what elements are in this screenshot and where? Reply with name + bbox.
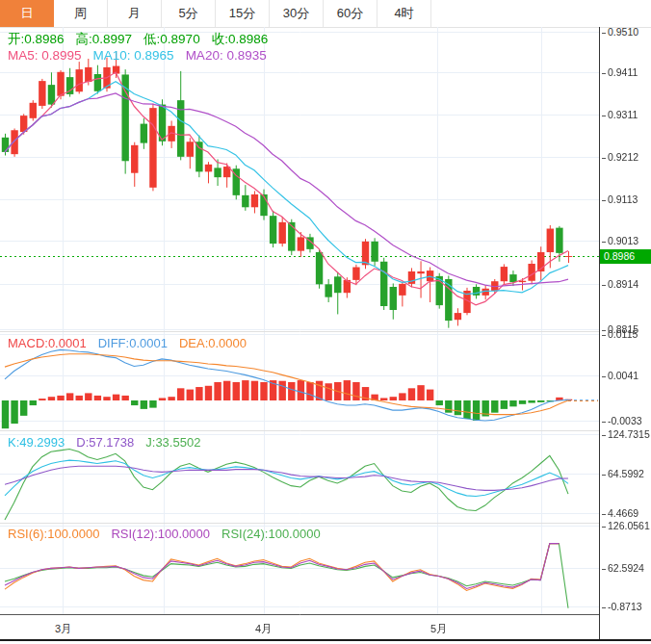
tab-period-0[interactable]: 日 — [0, 0, 54, 27]
price-tick-1: 0.9411 — [602, 66, 638, 78]
tab-period-5[interactable]: 30分 — [270, 0, 324, 27]
rsi-rsi6-value: RSI(6):100.0000 — [8, 527, 99, 541]
month-tick-0: 3月 — [55, 622, 71, 636]
macd-legend: MACD:0.0001DIFF:0.0001DEA:0.0000 — [8, 336, 258, 350]
tab-period-4[interactable]: 15分 — [216, 0, 270, 27]
month-tick-2: 5月 — [430, 622, 447, 636]
ohlc-open-value: 开:0.8986 — [8, 32, 65, 46]
price-tick-2: 0.9311 — [602, 109, 638, 120]
kdj-k-value: K:49.2993 — [8, 435, 65, 450]
kdj-tick-0: 124.7315 — [602, 428, 650, 440]
price-tick-0: 0.9510 — [602, 26, 638, 38]
ohlc-high-value: 高:0.8997 — [76, 32, 133, 46]
rsi-tick-0: 126.0561 — [602, 520, 650, 531]
macd-tick-2: -0.0033 — [602, 415, 642, 426]
period-tabbar: 日周月5分15分30分60分4时 — [0, 0, 651, 28]
price-tick-4: 0.9113 — [602, 193, 638, 205]
price-tick-6: 0.8914 — [602, 278, 638, 290]
macd-tick-0: 0.0115 — [602, 328, 638, 340]
kdj-j-value: J:33.5502 — [145, 435, 200, 450]
tab-period-7[interactable]: 4时 — [378, 0, 431, 27]
ma-legend: MA5: 0.8995MA10: 0.8965MA20: 0.8935 — [8, 48, 278, 63]
kdj-legend: K:49.2993D:57.1738J:33.5502 — [8, 435, 212, 450]
tab-period-6[interactable]: 60分 — [324, 0, 378, 27]
kdj-tick-2: 4.4669 — [602, 507, 638, 519]
macd-dea-value: DEA:0.0000 — [179, 336, 247, 350]
rsi-rsi12-value: RSI(12):100.0000 — [111, 527, 210, 541]
rsi-tick-2: -0.8713 — [602, 601, 642, 612]
macd-diff-value: DIFF:0.0001 — [98, 336, 168, 350]
rsi-legend: RSI(6):100.0000RSI(12):100.0000RSI(24):1… — [8, 527, 332, 541]
macd-macd-value: MACD:0.0001 — [8, 336, 87, 350]
rsi-tick-1: 62.5924 — [602, 562, 644, 574]
bottom-border — [0, 639, 651, 641]
last-price-badge: 0.8986 — [600, 249, 651, 264]
price-tick-5: 0.9013 — [602, 235, 638, 246]
month-tick-1: 4月 — [255, 622, 272, 636]
ohlc-legend: 开:0.8986高:0.8997低:0.8970收:0.8986 — [8, 31, 279, 48]
ma-ma20-value: MA20: 0.8935 — [186, 48, 267, 63]
rsi-rsi24-value: RSI(24):100.0000 — [221, 527, 321, 541]
ohlc-low-value: 低:0.8970 — [143, 32, 200, 46]
ma-ma10-value: MA10: 0.8965 — [93, 48, 174, 63]
price-tick-3: 0.9212 — [602, 151, 638, 163]
tab-period-2[interactable]: 月 — [108, 0, 162, 27]
kdj-tick-1: 64.5992 — [602, 468, 644, 479]
price-axis-line — [599, 27, 600, 640]
kline-chart-app: 日周月5分15分30分60分4时 开:0.8986高:0.8997低:0.897… — [0, 0, 651, 644]
ohlc-close-value: 收:0.8986 — [212, 32, 269, 46]
tab-period-1[interactable]: 周 — [54, 0, 108, 27]
ma-ma5-value: MA5: 0.8995 — [8, 48, 82, 63]
macd-tick-1: 0.0041 — [602, 370, 638, 381]
kdj-d-value: D:57.1738 — [76, 435, 134, 450]
tab-period-3[interactable]: 5分 — [162, 0, 216, 27]
